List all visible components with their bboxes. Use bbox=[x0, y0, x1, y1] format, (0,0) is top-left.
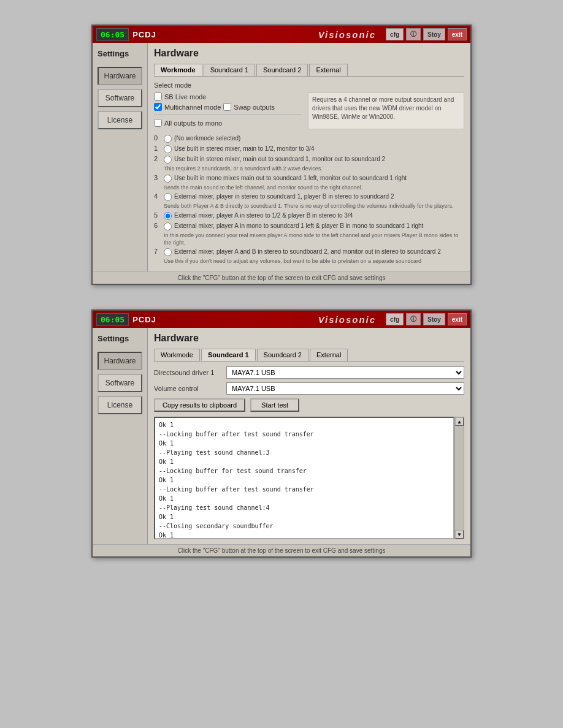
title-buttons-1: cfg ⓘ Stoy exit bbox=[386, 28, 467, 40]
start-test-button[interactable]: Start test bbox=[250, 398, 299, 412]
info-button-1[interactable]: ⓘ bbox=[406, 28, 421, 40]
sidebar-hardware-1[interactable]: Hardware bbox=[98, 67, 142, 85]
mode-row-3-wrap: 3 Use built in mono mixes main out to so… bbox=[154, 174, 464, 192]
mode-row-3: 3 Use built in mono mixes main out to so… bbox=[154, 174, 464, 183]
cb-swap[interactable] bbox=[223, 103, 231, 111]
result-line-9: Ok 1 bbox=[159, 494, 450, 503]
sidebar-title-1: Settings bbox=[98, 49, 142, 61]
title-buttons-2: cfg ⓘ Stoy exit bbox=[386, 313, 467, 325]
mode-text-1: Use built in stereo mixer, main to 1/2, … bbox=[174, 145, 314, 153]
scroll-up-arrow[interactable]: ▲ bbox=[455, 417, 464, 426]
mode-text-2: Use built in stereo mixer, main out to s… bbox=[174, 155, 385, 163]
brand-name-2: Visiosonic bbox=[318, 314, 376, 325]
brand-name-1: Visiosonic bbox=[318, 29, 376, 40]
tab-soundcard1-2[interactable]: Soundcard 1 bbox=[201, 349, 256, 361]
main-title-1: Hardware bbox=[154, 48, 464, 59]
result-line-12: --Closing secondary soundbuffer bbox=[159, 521, 450, 531]
content-area-1: Settings Hardware Software License Hardw… bbox=[93, 43, 470, 271]
main-title-2: Hardware bbox=[154, 333, 464, 344]
driver-select[interactable]: MAYA7.1 USB bbox=[226, 366, 464, 379]
sidebar-1: Settings Hardware Software License bbox=[93, 43, 148, 271]
scrollbar-area: Ok 1 --Locking buffer after test sound t… bbox=[154, 417, 464, 539]
wm-left: SB Live mode Multichannel mode Swap outp… bbox=[154, 93, 302, 129]
stay-button-1[interactable]: Stoy bbox=[423, 28, 445, 40]
mode-radio-1[interactable] bbox=[164, 145, 172, 153]
window-1: 06:05 PCDJ Visiosonic cfg ⓘ Stoy exit Se… bbox=[91, 25, 472, 285]
cfg-button-1[interactable]: cfg bbox=[386, 28, 404, 40]
sidebar-hardware-2[interactable]: Hardware bbox=[98, 352, 142, 370]
result-line-5: Ok 1 bbox=[159, 457, 450, 466]
scrollbar-vert[interactable]: ▲ ▼ bbox=[454, 417, 464, 539]
tab-soundcard2-2[interactable]: Soundcard 2 bbox=[257, 349, 308, 361]
exit-button-1[interactable]: exit bbox=[448, 28, 467, 40]
wm-right-info: Requires a 4 channel or more output soun… bbox=[308, 93, 464, 129]
mode-radio-0[interactable] bbox=[164, 135, 172, 143]
sidebar-license-1[interactable]: License bbox=[98, 111, 142, 129]
window-2: 06:05 PCDJ Visiosonic cfg ⓘ Stoy exit Se… bbox=[91, 309, 472, 558]
copy-results-button[interactable]: Copy results to clipboard bbox=[154, 398, 245, 412]
cb-row-multichannel: Multichannel mode Swap outputs bbox=[154, 103, 302, 111]
mode-subtext-7: Use this if you don't need to adjust any… bbox=[164, 258, 464, 265]
volume-select[interactable]: MAYA7.1 USB bbox=[226, 382, 464, 395]
mode-radio-3[interactable] bbox=[164, 175, 172, 183]
cb-multichannel-label: Multichannel mode bbox=[164, 104, 221, 111]
app-name-1: PCDJ bbox=[132, 30, 156, 39]
cb-sblive[interactable] bbox=[154, 93, 162, 100]
mode-row-4: 4 External mixer, player in stereo to so… bbox=[154, 192, 464, 201]
title-bar-2: 06:05 PCDJ Visiosonic cfg ⓘ Stoy exit bbox=[93, 311, 470, 328]
cb-multichannel[interactable] bbox=[154, 103, 162, 111]
mode-row-4-wrap: 4 External mixer, player in stereo to so… bbox=[154, 192, 464, 210]
mode-text-5: External mixer, player A in stereo to 1/… bbox=[174, 211, 353, 219]
sidebar-software-2[interactable]: Software bbox=[98, 374, 142, 392]
tab-workmode-1[interactable]: Workmode bbox=[154, 64, 202, 76]
mode-row-2: 2 Use built in stereo mixer, main out to… bbox=[154, 155, 464, 164]
mode-row-6: 6 External mixer, player A in mono to so… bbox=[154, 222, 464, 230]
sidebar-license-2[interactable]: License bbox=[98, 396, 142, 414]
mode-text-3: Use built in mono mixes main out to soun… bbox=[174, 174, 407, 182]
mode-text-7: External mixer, player A and B in stereo… bbox=[174, 248, 441, 256]
select-mode-label: Select mode bbox=[154, 82, 464, 89]
mode-subtext-2: This requires 2 soundcards, or a soundca… bbox=[164, 165, 464, 173]
tab-external-1[interactable]: External bbox=[309, 64, 347, 76]
tabs-1: Workmode Soundcard 1 Soundcard 2 Externa… bbox=[154, 64, 464, 77]
cb-sblive-label: SB Live mode bbox=[164, 93, 206, 100]
sidebar-software-1[interactable]: Software bbox=[98, 89, 142, 107]
tab-soundcard2-1[interactable]: Soundcard 2 bbox=[256, 64, 308, 76]
exit-button-2[interactable]: exit bbox=[448, 313, 467, 325]
status-bar-1: Click the "CFG" button at the top of the… bbox=[93, 271, 470, 284]
stay-button-2[interactable]: Stoy bbox=[423, 313, 445, 325]
cb-row-alloutputs: All outputs to mono bbox=[154, 119, 302, 127]
tab-external-2[interactable]: External bbox=[310, 349, 348, 361]
cfg-button-2[interactable]: cfg bbox=[386, 313, 404, 325]
content-area-2: Settings Hardware Software License Hardw… bbox=[93, 328, 470, 544]
mode-row-2-wrap: 2 Use built in stereo mixer, main out to… bbox=[154, 155, 464, 173]
status-bar-2: Click the "CFG" button at the top of the… bbox=[93, 544, 470, 556]
mode-radio-5[interactable] bbox=[164, 212, 172, 220]
mode-row-6-wrap: 6 External mixer, player A in mono to so… bbox=[154, 222, 464, 246]
time-display-2: 06:05 bbox=[96, 313, 129, 326]
test-buttons-row: Copy results to clipboard Start test bbox=[154, 398, 464, 412]
tab-soundcard1-1[interactable]: Soundcard 1 bbox=[204, 64, 255, 76]
tabs-2: Workmode Soundcard 1 Soundcard 2 Externa… bbox=[154, 349, 464, 362]
result-line-1: Ok 1 bbox=[159, 420, 450, 430]
cb-alloutputs[interactable] bbox=[154, 119, 162, 127]
info-button-2[interactable]: ⓘ bbox=[406, 313, 421, 325]
result-line-4: --Playing test sound channel:3 bbox=[159, 448, 450, 457]
mode-radio-7[interactable] bbox=[164, 248, 172, 256]
mode-radio-2[interactable] bbox=[164, 156, 172, 164]
scroll-down-arrow[interactable]: ▼ bbox=[455, 530, 464, 539]
app-name-2: PCDJ bbox=[132, 315, 156, 324]
tab-workmode-2[interactable]: Workmode bbox=[154, 349, 200, 361]
scroll-track[interactable] bbox=[455, 426, 464, 530]
test-results-box[interactable]: Ok 1 --Locking buffer after test sound t… bbox=[154, 417, 454, 539]
form-row-volume: Volume control MAYA7.1 USB bbox=[154, 382, 464, 395]
cb-row-sblive: SB Live mode bbox=[154, 93, 302, 100]
mode-subtext-4: Sends both Player A & B directly to soun… bbox=[164, 203, 464, 210]
title-bar-1: 06:05 PCDJ Visiosonic cfg ⓘ Stoy exit bbox=[93, 26, 470, 43]
mode-radio-6[interactable] bbox=[164, 222, 172, 230]
volume-label: Volume control bbox=[154, 385, 221, 392]
result-line-6: --Locking buffer for test sound transfer bbox=[159, 466, 450, 476]
mode-radio-4[interactable] bbox=[164, 193, 172, 201]
mode-row-0: 0 (No workmode selected) bbox=[154, 134, 464, 143]
result-line-3: Ok 1 bbox=[159, 439, 450, 448]
